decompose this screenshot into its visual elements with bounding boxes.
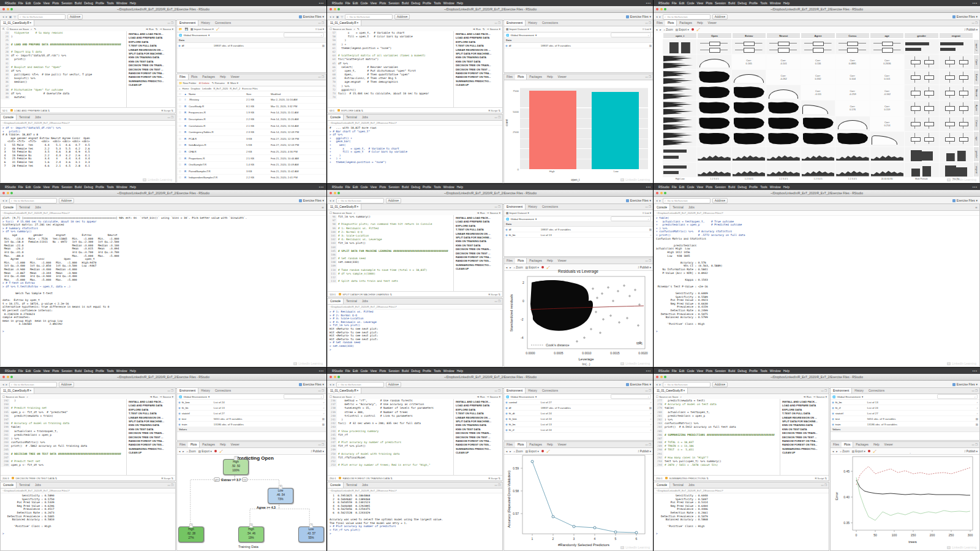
environment-search-input[interactable]: ⌕ [937, 394, 978, 399]
packages-tab[interactable]: Packages [527, 74, 545, 80]
new-folder-button[interactable]: 📁 New Folder [179, 82, 197, 85]
jobs-tab[interactable]: Jobs [360, 482, 371, 488]
back-icon[interactable]: ◂ [656, 383, 657, 386]
file-row[interactable]: ☐≡.Rhistory2.1 KBMar 2, 2020, 10:16 AM [177, 97, 326, 104]
viewer-tab[interactable]: Viewer [556, 442, 569, 447]
file-row[interactable]: ☐RCorrelations.R2.1 KBFeb 14, 2020, 11:5… [177, 123, 326, 129]
document-outline[interactable]: INSTALL AND LOAD PACK...LOAD AND PREPARE… [780, 399, 829, 476]
addins-button[interactable]: Addins ▾ [386, 382, 401, 387]
connections-tab[interactable]: Connections [213, 388, 233, 393]
file-row[interactable]: ☐RIndependentSamplesT.R2.2 KBFeb 20, 202… [177, 175, 326, 181]
view-object-icon[interactable]: ▦ [322, 417, 325, 420]
menu-item[interactable]: Profile [749, 1, 758, 5]
breadcrumb-item[interactable]: Home [182, 87, 189, 90]
run-button[interactable]: ➜ Run [146, 28, 154, 31]
environment-row[interactable]: ◉test5651 obs. of 9 variables▦ [831, 416, 979, 422]
back-icon[interactable]: ◂ [2, 383, 4, 386]
console-output[interactable]: Sensitivity : 0.6040 Specificity : 0.569… [654, 493, 829, 536]
menu-extras-icon[interactable]: ••• [319, 185, 324, 189]
traffic-lights[interactable] [330, 8, 340, 10]
back-icon[interactable]: ◂ [656, 199, 657, 202]
console-tab[interactable]: Console [328, 115, 344, 120]
menu-item[interactable]: RStudio [658, 185, 669, 189]
goto-file-input[interactable]: ⌕Go to file/function [18, 14, 66, 20]
menu-item[interactable]: Session [388, 369, 399, 373]
view-object-icon[interactable]: ⌕ [323, 412, 325, 415]
menu-item[interactable]: Code [360, 369, 368, 373]
console-output[interactable]: > df <- import("data/b5_df.rds") %>%+ pr… [1, 126, 175, 168]
file-row[interactable]: ☐ROneSampleT.R1.4 KBFeb 21, 2020, 11:09 … [177, 162, 326, 169]
back-icon[interactable]: ◂ [330, 383, 331, 386]
menu-item[interactable]: Profile [96, 369, 104, 373]
environment-tab[interactable]: Environment [504, 20, 526, 26]
window-title-bar[interactable]: ~/Dropbox/LinkedIn/R_ExT_2020/R_ExT_2/Ex… [0, 6, 326, 13]
files-tab[interactable]: Files [504, 74, 515, 80]
file-checkbox[interactable]: ☐ [179, 183, 182, 183]
environment-row[interactable]: ◉fit_rfList of 24⌕ [504, 427, 653, 433]
back-icon[interactable]: ◂ [330, 199, 331, 202]
menu-item[interactable]: View [43, 185, 50, 189]
goto-file-input[interactable]: ⌕Go to file/function [336, 382, 384, 387]
pane-window-controls[interactable]: ▭ ❐ [971, 388, 979, 393]
file-row[interactable]: ☐ROneFactorANOVA.R3.2 KBFeb 27, 2020, 12… [177, 181, 326, 183]
files-tab[interactable]: Files [504, 258, 515, 264]
menu-item[interactable]: Help [457, 369, 463, 373]
menu-item[interactable]: Debug [84, 185, 93, 189]
file-row[interactable]: ☐RFrequencies.R1.9 KBFeb 14, 2020, 11:11… [177, 110, 326, 116]
environment-scope[interactable]: 🌐Global Environment ▾⌕ [504, 216, 653, 222]
plots-tab[interactable]: Plots [188, 442, 200, 447]
jobs-tab[interactable]: Jobs [360, 115, 371, 120]
traffic-lights[interactable] [2, 192, 13, 194]
console-tab[interactable]: Console [1, 115, 17, 120]
menu-item[interactable]: Help [130, 369, 136, 373]
menu-item[interactable]: Tools [760, 369, 767, 373]
menu-item[interactable]: Tools [760, 185, 767, 189]
menu-item[interactable]: View [43, 369, 50, 373]
menu-item[interactable]: Session [715, 1, 726, 5]
menu-item[interactable]: Tools [107, 369, 114, 373]
menu-item[interactable]: Edit [679, 369, 685, 373]
menu-item[interactable]: Session [388, 1, 399, 5]
run-button[interactable]: ➜ Run [477, 395, 485, 398]
chunk-label[interactable]: RANDOM FOREST ON TRAINING DATA ⇅ [339, 477, 392, 480]
console-tab[interactable]: Console [328, 482, 344, 488]
history-tab[interactable]: History [198, 388, 213, 393]
pane-window-controls[interactable]: ▭ ❐ [494, 204, 502, 210]
window-title-bar[interactable]: ~/Dropbox/LinkedIn/R_ExT_2020/R_ExT_2/Ex… [0, 190, 326, 197]
menu-item[interactable]: Tools [760, 1, 767, 5]
file-row[interactable]: ☐RPCA.R3 KBFeb 27, 2020, 12:18 PM [177, 136, 326, 143]
packages-tab[interactable]: Packages [527, 258, 545, 264]
document-outline[interactable]: INSTALL AND LOAD PACK...LOAD AND PREPARE… [126, 399, 175, 476]
plot-forward-icon[interactable]: ▸ [183, 450, 184, 453]
chunk-label[interactable]: DECISION TREE ON TEST DATA ⇅ [12, 477, 57, 480]
files-tab[interactable]: Files [654, 20, 665, 26]
environment-row[interactable]: ◉statctrlList of 27⌕ [831, 411, 979, 416]
outline-item[interactable]: CLEAN UP [782, 451, 829, 455]
pane-window-controls[interactable]: ≣ [322, 204, 326, 210]
rerun-icon[interactable]: ↻ [483, 28, 485, 31]
document-outline[interactable]: INSTALL AND LOAD PACK...LOAD AND PREPARE… [126, 31, 175, 108]
menu-item[interactable]: Code [687, 185, 694, 189]
connections-tab[interactable]: Connections [540, 204, 560, 210]
menu-item[interactable]: Session [61, 369, 72, 373]
menu-item[interactable]: Window [116, 185, 127, 189]
environment-row[interactable]: ◉train13186 obs. of 9 variables▦ [177, 422, 326, 427]
menu-item[interactable]: Help [130, 185, 136, 189]
file-checkbox[interactable]: ☐ [179, 118, 182, 121]
menu-item[interactable]: View [370, 369, 377, 373]
viewer-tab[interactable]: Viewer [228, 74, 242, 80]
menu-item[interactable]: Code [33, 185, 40, 189]
find-icon[interactable]: ⌕ [353, 211, 355, 215]
menu-item[interactable]: Profile [749, 185, 758, 189]
source-button[interactable]: ⇒ Source ▾ [487, 28, 500, 31]
source-on-save-checkbox[interactable]: ☐ Source on Save [656, 395, 678, 398]
menu-extras-icon[interactable]: ••• [973, 185, 978, 189]
project-menu[interactable]: Exercise Files ▾ [952, 199, 978, 202]
ggpairs-grid[interactable]: Corr: 0.165Corr: -0.101Corr: 0.116Corr: … [663, 39, 973, 177]
menu-item[interactable]: Debug [411, 185, 420, 189]
publish-button[interactable]: ⤴ Publish ▾ [964, 28, 978, 31]
menu-item[interactable]: Window [770, 369, 781, 373]
connections-tab[interactable]: Connections [540, 388, 560, 393]
view-object-icon[interactable]: ⌕ [650, 234, 652, 237]
menu-item[interactable]: RStudio [658, 1, 669, 5]
